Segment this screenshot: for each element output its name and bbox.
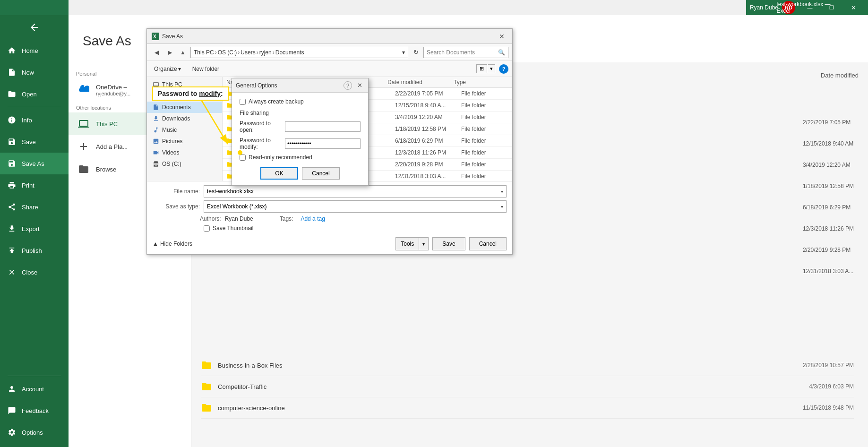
thumbnail-label[interactable]: Save Thumbnail (213, 225, 254, 232)
back-nav-button[interactable]: ◀ (151, 47, 162, 58)
breadcrumb-users[interactable]: Users (241, 49, 255, 56)
folder-name-cs: computer-science-online (218, 404, 759, 412)
info-icon (8, 116, 16, 124)
dlg-nav-os-c[interactable]: OS (C:) (147, 158, 222, 170)
folder-row-comp[interactable]: Competitor-Traffic 4/3/2019 6:03 PM (201, 376, 854, 397)
dialog-save-button[interactable]: Save (432, 237, 465, 250)
breadcrumb-bar[interactable]: This PC › OS (C:) › Users › ryjen › Docu… (190, 47, 408, 58)
dialog-cancel-button[interactable]: Cancel (469, 237, 507, 250)
sidebar-item-print[interactable]: Print (0, 174, 69, 196)
thumbnail-checkbox[interactable] (204, 225, 210, 232)
save-type-dropdown[interactable]: Excel Workbook (*.xlsx) ▾ (204, 200, 507, 213)
sidebar-item-save-as[interactable]: Save As (0, 153, 69, 174)
sidebar-item-export-label: Export (22, 225, 40, 232)
annotation-box: Password to modify: (152, 86, 229, 101)
go-title-text: General Options (236, 82, 344, 89)
dialog-bottom: File name: test-workbook.xlsx ▾ Save as … (147, 181, 512, 254)
dialog-close-button[interactable]: ✕ (496, 31, 507, 42)
add-tag-link[interactable]: Add a tag (301, 215, 325, 222)
hide-folders-label: Hide Folders (160, 241, 192, 247)
sidebar-item-feedback-label: Feedback (22, 407, 49, 414)
add-place-icon (76, 139, 91, 154)
search-icon: 🔍 (498, 49, 505, 56)
back-button[interactable] (0, 15, 69, 40)
folder-row-biz[interactable]: Business-in-a-Box Files 2/28/2019 10:57 … (201, 355, 854, 376)
sidebar-item-publish[interactable]: Publish (0, 240, 69, 261)
add-place-label: Add a Pla... (96, 143, 128, 150)
sidebar-item-info[interactable]: Info (0, 109, 69, 131)
sidebar-item-share-label: Share (22, 204, 38, 211)
view-icon-button[interactable]: ⊞ (476, 64, 487, 73)
backup-checkbox-row: Always create backup (240, 98, 361, 105)
breadcrumb-ryjen[interactable]: ryjen (259, 49, 272, 56)
password-open-row: Password to open: (240, 120, 361, 133)
go-action-bar: OK Cancel (240, 165, 361, 180)
title-sep: — (825, 1, 831, 8)
go-cancel-button[interactable]: Cancel (302, 167, 340, 180)
search-input[interactable] (427, 49, 498, 56)
tools-label: Tools (396, 238, 419, 250)
drive-icon (153, 161, 159, 167)
readonly-label[interactable]: Read-only recommended (249, 154, 312, 161)
sidebar-item-feedback[interactable]: Feedback (0, 400, 69, 421)
folder-name-biz: Business-in-a-Box Files (218, 362, 759, 369)
hide-folders-button[interactable]: ▲ Hide Folders (153, 241, 192, 247)
go-title-bar: General Options ? ✕ (232, 78, 368, 93)
app-name-label: Excel (776, 8, 790, 14)
sidebar-bottom: Account Feedback Options (0, 374, 69, 447)
filename-input[interactable]: test-workbook.xlsx ▾ (204, 185, 507, 198)
yellow-dot-indicator (238, 150, 242, 155)
tools-button[interactable]: Tools ▾ (395, 237, 429, 250)
sidebar-item-export[interactable]: Export (0, 218, 69, 240)
sidebar-item-home[interactable]: Home (0, 40, 69, 61)
save-type-field: Save as type: Excel Workbook (*.xlsx) ▾ (153, 200, 507, 213)
sidebar-item-account-label: Account (22, 386, 44, 393)
folder-row-cs[interactable]: computer-science-online 11/15/2018 9:48 … (201, 397, 854, 419)
publish-icon (8, 246, 16, 255)
breadcrumb-os[interactable]: OS (C:) (218, 49, 237, 56)
folder-icon-3 (201, 402, 212, 413)
sidebar-item-open[interactable]: Open (0, 83, 69, 105)
forward-nav-button[interactable]: ▶ (164, 47, 175, 58)
tags-label: Tags: (280, 215, 293, 222)
new-folder-button[interactable]: New folder (188, 64, 223, 74)
sidebar-item-options-label: Options (22, 429, 43, 436)
sidebar-item-save[interactable]: Save (0, 131, 69, 153)
go-ok-button[interactable]: OK (260, 167, 298, 180)
password-modify-input[interactable] (285, 138, 361, 149)
breadcrumb-this-pc[interactable]: This PC (194, 49, 214, 56)
close-button[interactable]: ✕ (842, 0, 864, 15)
this-pc-icon (76, 116, 91, 131)
browse-label: Browse (96, 166, 116, 173)
folder-name-comp: Competitor-Traffic (218, 383, 759, 390)
sidebar-title-bar (0, 0, 69, 15)
thumbnail-row: Save Thumbnail (153, 225, 507, 232)
filename-value: test-workbook.xlsx (207, 188, 254, 195)
sidebar-item-new-label: New (22, 69, 34, 76)
refresh-button[interactable]: ↻ (410, 47, 421, 58)
breadcrumb-documents[interactable]: Documents (275, 49, 304, 56)
sidebar-divider-bottom (8, 376, 61, 376)
sidebar-item-save-as-label: Save As (22, 160, 44, 167)
save-type-value: Excel Workbook (*.xlsx) (207, 203, 266, 210)
sidebar-item-account[interactable]: Account (0, 378, 69, 400)
up-nav-button[interactable]: ▲ (177, 47, 189, 58)
organize-button[interactable]: Organize ▾ (151, 64, 184, 74)
sidebar-item-new[interactable]: New (0, 61, 69, 83)
dialog-buttons: Tools ▾ Save Cancel (395, 237, 507, 250)
col-type-header: Type (454, 79, 501, 86)
save-as-icon (8, 159, 16, 168)
sidebar-item-home-label: Home (22, 47, 38, 54)
go-help-button[interactable]: ? (344, 81, 352, 90)
date-list: 2/22/2019 7:05 PM 12/15/2018 9:40 AM 3/4… (803, 119, 854, 275)
go-close-button[interactable]: ✕ (355, 81, 364, 90)
password-open-input[interactable] (285, 121, 361, 132)
folder-date-biz: 2/28/2019 10:57 PM (759, 362, 854, 369)
backup-label[interactable]: Always create backup (249, 98, 304, 105)
dialog-toolbar: ◀ ▶ ▲ This PC › OS (C:) › Users › ryjen … (147, 44, 512, 61)
view-dropdown-button[interactable]: ▾ (488, 64, 495, 73)
sidebar-item-share[interactable]: Share (0, 196, 69, 218)
help-button[interactable]: ? (499, 64, 508, 74)
sidebar-item-close[interactable]: Close (0, 261, 69, 283)
sidebar-item-options[interactable]: Options (0, 421, 69, 443)
